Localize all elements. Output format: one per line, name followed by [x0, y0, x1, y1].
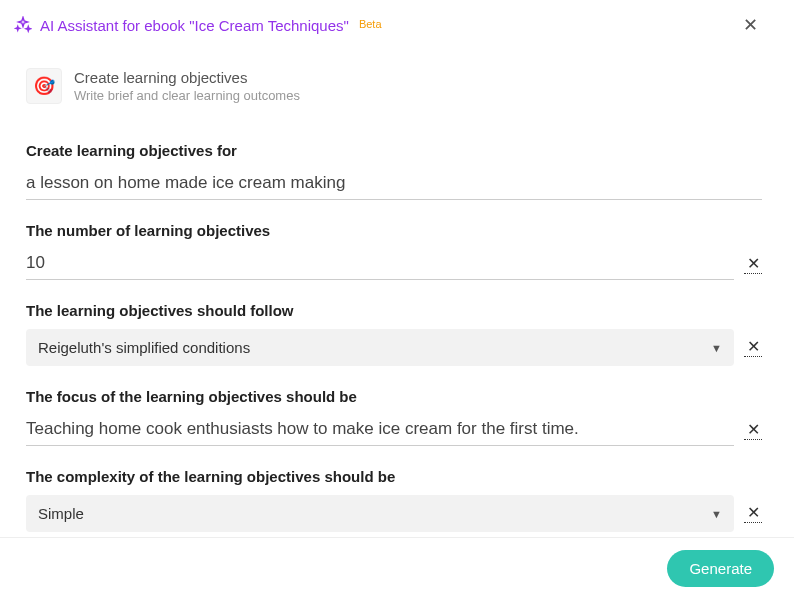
topic-input[interactable]	[26, 169, 762, 200]
form: Create learning objectives for The numbe…	[0, 110, 784, 537]
field-count-label: The number of learning objectives	[26, 222, 762, 239]
task-title: Create learning objectives	[74, 69, 300, 86]
dialog-title: AI Assistant for ebook "Ice Cream Techni…	[40, 17, 349, 34]
chevron-down-icon: ▼	[711, 508, 722, 520]
complexity-select-value: Simple	[38, 505, 84, 522]
focus-input[interactable]	[26, 415, 734, 446]
field-count: The number of learning objectives ✕	[26, 222, 762, 280]
dialog-footer: Generate	[0, 537, 794, 599]
field-focus: The focus of the learning objectives sho…	[26, 388, 762, 446]
count-input[interactable]	[26, 249, 734, 280]
field-focus-label: The focus of the learning objectives sho…	[26, 388, 762, 405]
framework-select[interactable]: Reigeluth's simplified conditions ▼	[26, 329, 734, 366]
complexity-select[interactable]: Simple ▼	[26, 495, 734, 532]
clear-focus-button[interactable]: ✕	[744, 422, 762, 440]
clear-complexity-button[interactable]: ✕	[744, 505, 762, 523]
field-topic: Create learning objectives for	[26, 142, 762, 200]
clear-framework-button[interactable]: ✕	[744, 339, 762, 357]
field-framework-label: The learning objectives should follow	[26, 302, 762, 319]
beta-badge: Beta	[359, 18, 382, 30]
target-icon: 🎯	[26, 68, 62, 104]
task-subtitle: Write brief and clear learning outcomes	[74, 88, 300, 103]
framework-select-value: Reigeluth's simplified conditions	[38, 339, 250, 356]
field-topic-label: Create learning objectives for	[26, 142, 762, 159]
field-complexity: The complexity of the learning objective…	[26, 468, 762, 532]
dialog-body: AI Assistant for ebook "Ice Cream Techni…	[0, 0, 784, 537]
field-complexity-label: The complexity of the learning objective…	[26, 468, 762, 485]
generate-button[interactable]: Generate	[667, 550, 774, 587]
close-icon[interactable]: ✕	[739, 14, 762, 36]
task-titles: Create learning objectives Write brief a…	[74, 69, 300, 103]
dialog-header: AI Assistant for ebook "Ice Cream Techni…	[0, 0, 784, 42]
field-framework: The learning objectives should follow Re…	[26, 302, 762, 366]
task-header: 🎯 Create learning objectives Write brief…	[0, 58, 784, 110]
sparkle-icon	[14, 16, 32, 34]
clear-count-button[interactable]: ✕	[744, 256, 762, 274]
chevron-down-icon: ▼	[711, 342, 722, 354]
